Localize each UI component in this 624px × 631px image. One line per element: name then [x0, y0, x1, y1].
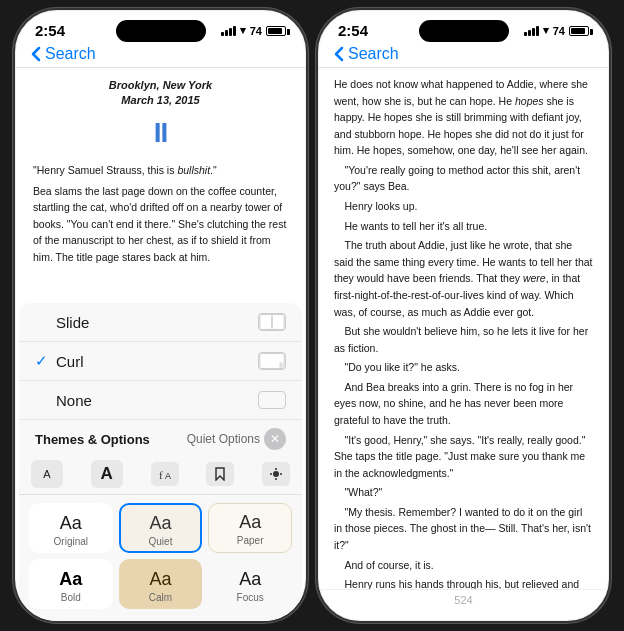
themes-header: Themes & Options Quiet Options ✕ — [19, 420, 302, 454]
battery-label: 74 — [250, 25, 262, 37]
curl-icon — [258, 352, 286, 370]
none-option[interactable]: ✓ None — [19, 381, 302, 420]
battery-icon — [266, 26, 286, 36]
nav-bar-left: Search — [15, 43, 306, 68]
theme-calm-card[interactable]: Aa Calm — [119, 559, 203, 609]
slide-icon — [258, 313, 286, 331]
battery-label-right: 74 — [553, 25, 565, 37]
wifi-icon-right: ▾ — [543, 24, 549, 37]
nav-bar-right: Search — [318, 43, 609, 68]
book-content-right: He does not know what happened to Addie,… — [318, 68, 609, 589]
overlay-panel: ✓ Slide ✓ Curl — [15, 303, 306, 621]
brightness-icon — [269, 467, 283, 481]
book-location: Brooklyn, New YorkMarch 13, 2015 — [33, 78, 288, 109]
font-style-icon: f A — [157, 467, 173, 481]
font-controls: A A f A — [19, 454, 302, 495]
book-text-left: "Henry Samuel Strauss, this is bullshit.… — [33, 162, 288, 268]
left-phone: 2:54 ▾ 74 Search — [13, 8, 308, 623]
status-bar-left: 2:54 ▾ 74 — [15, 10, 306, 43]
book-header: Brooklyn, New YorkMarch 13, 2015 II — [33, 78, 288, 154]
slide-option[interactable]: ✓ Slide — [19, 303, 302, 342]
chevron-left-icon-right — [334, 46, 344, 62]
chevron-left-icon — [31, 46, 41, 62]
font-increase-button[interactable]: A — [91, 460, 123, 488]
status-bar-right: 2:54 ▾ 74 — [318, 10, 609, 43]
status-icons-right: ▾ 74 — [524, 24, 589, 37]
brightness-button[interactable] — [262, 462, 290, 486]
battery-icon-right — [569, 26, 589, 36]
theme-original-card[interactable]: Aa Original — [29, 503, 113, 553]
theme-paper-card[interactable]: Aa Paper — [208, 503, 292, 553]
quiet-label: Quiet Options — [187, 432, 260, 446]
wifi-icon: ▾ — [240, 24, 246, 37]
font-style-button[interactable]: f A — [151, 462, 179, 486]
close-button[interactable]: ✕ — [264, 428, 286, 450]
bookmark-button[interactable] — [206, 462, 234, 486]
svg-text:A: A — [165, 471, 171, 481]
signal-icon-right — [524, 26, 539, 36]
slide-menu: ✓ Slide ✓ Curl — [19, 303, 302, 621]
theme-grid: Aa Original Aa Quiet Aa — [19, 495, 302, 621]
page-number: 524 — [318, 589, 609, 610]
none-icon — [258, 391, 286, 409]
bookmark-icon — [214, 467, 226, 481]
back-button-right[interactable]: Search — [334, 45, 399, 63]
font-decrease-button[interactable]: A — [31, 460, 63, 488]
themes-title: Themes & Options — [35, 432, 150, 447]
theme-quiet-card[interactable]: Aa Quiet — [119, 503, 203, 553]
svg-text:f: f — [159, 469, 163, 481]
curl-option[interactable]: ✓ Curl — [19, 342, 302, 381]
theme-focus-card[interactable]: Aa Focus — [208, 559, 292, 609]
theme-bold-card[interactable]: Aa Bold — [29, 559, 113, 609]
time-left: 2:54 — [35, 22, 65, 39]
status-icons-left: ▾ 74 — [221, 24, 286, 37]
right-phone: 2:54 ▾ 74 Search — [316, 8, 611, 623]
back-button-left[interactable]: Search — [31, 45, 96, 63]
signal-icon — [221, 26, 236, 36]
time-right: 2:54 — [338, 22, 368, 39]
svg-point-4 — [273, 471, 279, 477]
chapter-numeral: II — [33, 111, 288, 154]
book-content-left: Brooklyn, New YorkMarch 13, 2015 II "Hen… — [15, 68, 306, 268]
